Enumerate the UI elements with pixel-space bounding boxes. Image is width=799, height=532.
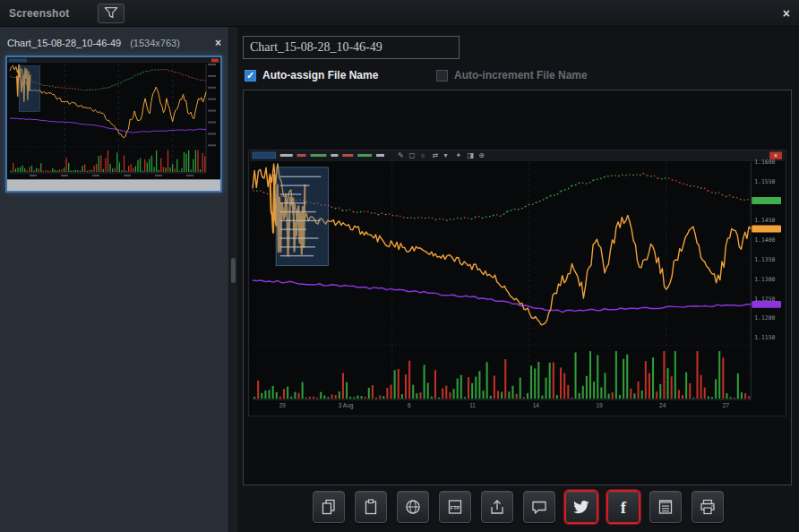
screenshot-list-item[interactable]: Chart_15-08-28_10-46-49 (1534x763) × — [5, 34, 223, 193]
svg-text:⊕: ⊕ — [478, 151, 485, 159]
svg-text:6: 6 — [408, 402, 411, 408]
thumbnail-bottom-strip — [7, 179, 220, 191]
ftp-icon: FTP — [446, 498, 464, 516]
screenshot-item-size: (1534x763) — [130, 38, 180, 48]
svg-text:19: 19 — [596, 402, 603, 408]
svg-text:3 Aug: 3 Aug — [339, 402, 354, 409]
screenshot-preview-panel: ✎◻○⇄▾✦◨⊕×1.16001.15501.15001.14501.14001… — [243, 90, 792, 485]
svg-text:✦: ✦ — [455, 151, 461, 159]
main-panel: ✓ Auto-assign File Name Auto-increment F… — [237, 27, 799, 532]
auto-assign-label: Auto-assign File Name — [262, 69, 378, 82]
screenshot-item-header: Chart_15-08-28_10-46-49 (1534x763) × — [5, 34, 223, 52]
svg-text:1.1600: 1.1600 — [754, 159, 775, 166]
clipboard-icon — [362, 498, 380, 516]
auto-increment-label: Auto-increment File Name — [454, 69, 588, 82]
auto-increment-checkbox[interactable] — [436, 70, 448, 82]
screenshot-manager-window: { "topbar": { "title": "Screenshot", "cl… — [0, 0, 799, 532]
splitter-handle[interactable] — [231, 258, 236, 283]
paste-button[interactable] — [355, 491, 387, 523]
twitter-icon — [572, 498, 590, 516]
web-upload-button[interactable] — [397, 491, 429, 523]
svg-text:⇄: ⇄ — [433, 151, 439, 159]
svg-text:1.1200: 1.1200 — [754, 314, 775, 322]
svg-text:27: 27 — [723, 402, 730, 408]
screenshot-item-name: Chart_15-08-28_10-46-49 — [7, 38, 121, 48]
svg-text:1.1300: 1.1300 — [754, 276, 775, 283]
screenshot-list-panel: Chart_15-08-28_10-46-49 (1534x763) × — [0, 27, 229, 532]
export-button[interactable] — [481, 491, 513, 523]
share-toolbar: FTP f — [237, 491, 799, 523]
twitter-share-button[interactable] — [565, 491, 597, 523]
filename-input[interactable] — [243, 36, 460, 59]
filter-button[interactable] — [98, 4, 125, 23]
print-button[interactable] — [692, 491, 724, 523]
svg-text:✎: ✎ — [398, 151, 404, 159]
svg-text:11: 11 — [469, 402, 476, 408]
globe-icon — [404, 498, 422, 516]
close-window-button[interactable]: × — [783, 7, 790, 20]
svg-text:○: ○ — [421, 151, 425, 159]
export-icon — [488, 498, 506, 516]
filter-funnel-icon — [104, 6, 118, 20]
preview-chart-image: ✎◻○⇄▾✦◨⊕×1.16001.15501.15001.14501.14001… — [248, 150, 786, 416]
auto-increment-option[interactable]: Auto-increment File Name — [436, 69, 588, 82]
copy-icon — [320, 498, 338, 516]
svg-text:1.1550: 1.1550 — [754, 178, 775, 185]
facebook-share-button[interactable]: f — [607, 491, 640, 523]
auto-assign-checkbox[interactable]: ✓ — [245, 70, 256, 82]
svg-text:◻: ◻ — [409, 151, 416, 159]
delete-screenshot-button[interactable]: × — [215, 37, 221, 49]
comment-button[interactable] — [523, 491, 555, 523]
svg-text:1.1150: 1.1150 — [754, 334, 775, 341]
title-bar: Screenshot × — [0, 0, 799, 27]
thumbnail-chart-image — [7, 57, 220, 179]
svg-text:1.1450: 1.1450 — [754, 217, 775, 224]
print-icon — [699, 498, 717, 516]
svg-text:1.1350: 1.1350 — [754, 256, 775, 263]
ftp-button[interactable]: FTP — [439, 491, 471, 523]
svg-text:1.1400: 1.1400 — [754, 236, 775, 244]
svg-text:FTP: FTP — [451, 505, 460, 511]
copy-button[interactable] — [313, 491, 345, 523]
report-button[interactable] — [649, 491, 682, 523]
report-icon — [657, 498, 674, 516]
comment-icon — [530, 498, 548, 516]
svg-text:▾: ▾ — [444, 151, 448, 159]
facebook-icon: f — [621, 500, 626, 516]
screenshot-thumbnail[interactable] — [5, 56, 222, 193]
svg-text:29: 29 — [279, 402, 287, 408]
svg-text:◨: ◨ — [467, 151, 474, 159]
svg-text:14: 14 — [533, 402, 540, 408]
svg-text:24: 24 — [659, 402, 666, 408]
window-title: Screenshot — [9, 7, 69, 20]
auto-assign-option[interactable]: ✓ Auto-assign File Name — [245, 69, 378, 82]
